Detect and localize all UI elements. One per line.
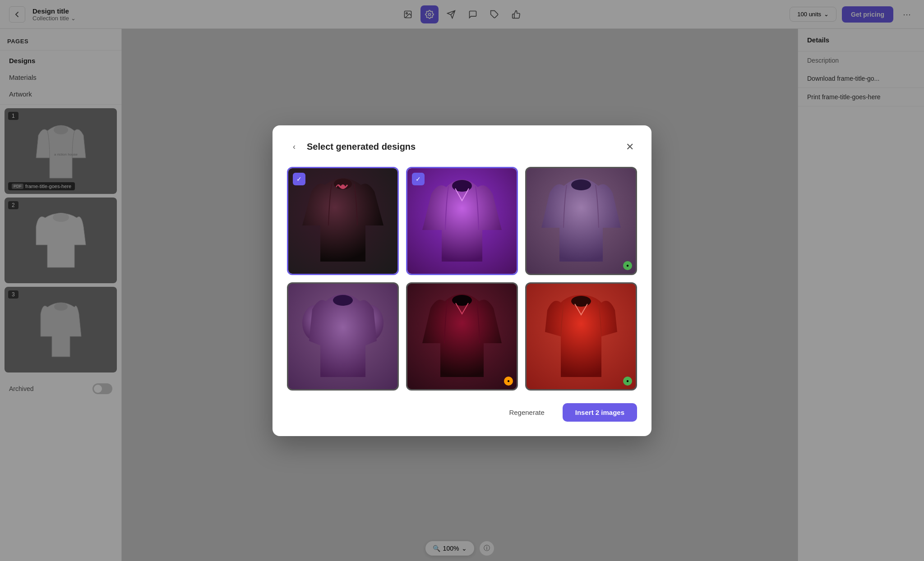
svg-point-13 bbox=[571, 179, 591, 190]
modal: ‹ Select generated designs ✕ bbox=[273, 125, 651, 436]
image-badge-5: ● bbox=[504, 377, 513, 386]
image-card-6[interactable]: ● bbox=[525, 282, 637, 391]
modal-title: Select generated designs bbox=[307, 142, 623, 152]
svg-point-16 bbox=[333, 295, 353, 306]
svg-point-11 bbox=[341, 185, 345, 189]
image-check-1: ✓ bbox=[293, 173, 305, 185]
svg-point-18 bbox=[571, 296, 591, 307]
modal-back-button[interactable]: ‹ bbox=[287, 140, 301, 154]
image-check-2: ✓ bbox=[412, 173, 425, 185]
image-badge-6: ● bbox=[623, 377, 632, 386]
image-card-1[interactable]: ✓ bbox=[287, 167, 399, 275]
image-badge-3: ● bbox=[623, 261, 632, 270]
image-card-4[interactable] bbox=[287, 282, 399, 391]
svg-point-12 bbox=[452, 180, 472, 192]
modal-footer: Regenerate Insert 2 images bbox=[287, 403, 637, 422]
modal-overlay[interactable]: ‹ Select generated designs ✕ bbox=[0, 0, 924, 561]
regenerate-button[interactable]: Regenerate bbox=[498, 403, 555, 422]
image-card-2[interactable]: ✓ bbox=[406, 167, 518, 275]
svg-point-17 bbox=[452, 295, 472, 306]
modal-header: ‹ Select generated designs ✕ bbox=[287, 140, 637, 154]
modal-close-button[interactable]: ✕ bbox=[623, 140, 637, 154]
image-card-3[interactable]: ● bbox=[525, 167, 637, 275]
insert-button[interactable]: Insert 2 images bbox=[563, 403, 637, 422]
image-card-5[interactable]: ● bbox=[406, 282, 518, 391]
image-grid: ✓ bbox=[287, 167, 637, 391]
